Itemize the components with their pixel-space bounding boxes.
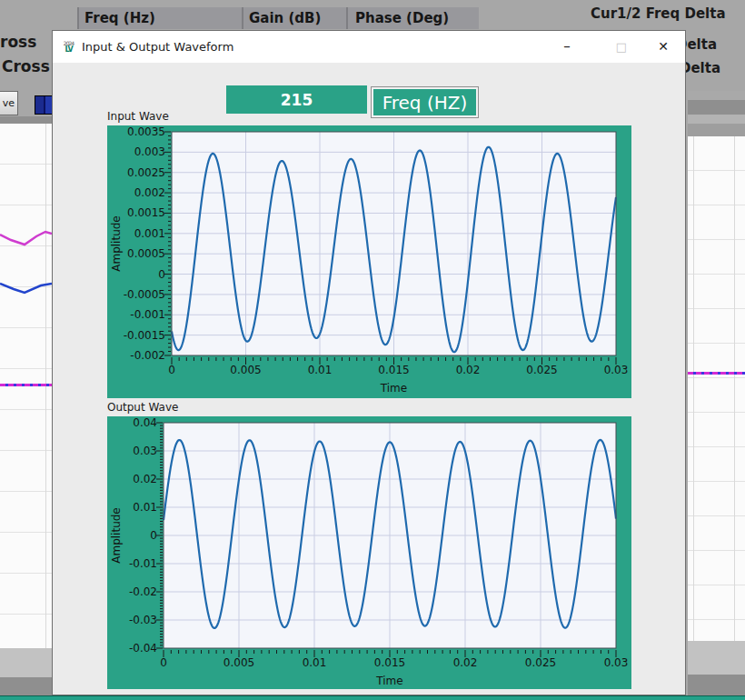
y-tick-label: -0.001: [130, 308, 165, 321]
minimize-icon: –: [563, 38, 571, 55]
x-tick-label: 0.015: [374, 656, 405, 669]
y-tick-label: -0.03: [129, 614, 157, 626]
input-wave-title: Input Wave: [107, 110, 169, 123]
output-wave-graph: 00.0050.010.0150.020.0250.030.040.030.02…: [107, 416, 631, 689]
y-tick-label: 0.0035: [127, 125, 165, 138]
input-wave-graph: 00.0050.010.0150.020.0250.030.00350.0030…: [107, 125, 631, 398]
x-tick-label: 0.01: [308, 364, 333, 376]
y-tick-label: -0.002: [130, 349, 165, 362]
x-tick-label: 0.025: [526, 364, 557, 376]
right-band: [688, 100, 745, 115]
input-wave-plot: 00.0050.010.0150.020.0250.030.00350.0030…: [107, 125, 631, 398]
y-tick-label: -0.01: [129, 557, 157, 570]
y-tick-label: 0.0025: [127, 166, 165, 179]
right-band: [688, 91, 745, 100]
toolbar-strip: [0, 116, 52, 124]
cursor-line-left[interactable]: [0, 384, 52, 386]
y-tick-label: 0.03: [133, 445, 157, 457]
bottom-band: [688, 675, 745, 695]
x-axis-label: Time: [375, 675, 402, 687]
y-axis-label: Amplitude: [110, 507, 123, 564]
y-tick-label: -0.02: [129, 585, 157, 598]
frequency-unit-label: Freq (HZ): [372, 87, 478, 117]
dialog-title: Input & Output Waveform: [82, 31, 233, 63]
x-tick-label: 0.03: [604, 364, 629, 376]
y-tick-label: -0.0005: [124, 288, 165, 301]
screen: Freq (Hz) Gain (dB) Phase (Deg) Cur1/2 F…: [0, 0, 745, 700]
right-plot-strip: [688, 136, 745, 641]
waveform-dialog: 2024 LV Input & Output Waveform – □ ✕ 21…: [52, 30, 686, 695]
close-icon: ✕: [658, 39, 669, 54]
maximize-icon: □: [616, 40, 627, 54]
x-tick-label: 0.02: [453, 656, 478, 669]
taskbar-edge-line: [0, 695, 745, 700]
y-tick-label: 0.0005: [127, 247, 165, 260]
x-tick-label: 0.005: [230, 364, 261, 376]
right-band: [688, 115, 745, 124]
blue-trace: [0, 284, 52, 293]
y-axis-label: Amplitude: [110, 215, 123, 272]
y-tick-label: 0.01: [133, 501, 157, 514]
y-tick-label: 0.003: [134, 145, 165, 158]
bottom-band: [0, 677, 52, 695]
cur-delta-label: Cur1/2 Freq Delta: [591, 5, 720, 25]
header-cell-gain[interactable]: Gain (dB): [243, 10, 346, 26]
y-tick-label: 0: [150, 529, 157, 542]
wave-button[interactable]: ve: [0, 91, 18, 115]
x-tick-label: 0.01: [303, 656, 327, 669]
y-tick-label: 0.0015: [127, 206, 165, 219]
table-header-row: Freq (Hz) Gain (dB) Phase (Deg): [77, 7, 479, 29]
labview-vi-icon: 2024 LV: [61, 39, 76, 55]
minimize-button[interactable]: –: [546, 31, 588, 62]
y-tick-label: 0.02: [133, 473, 157, 485]
frequency-value-display: 215: [226, 85, 367, 114]
row-cross-2: Cross: [2, 57, 50, 75]
x-tick-label: 0.025: [525, 656, 556, 669]
output-wave-title: Output Wave: [107, 401, 178, 414]
header-cell-freq[interactable]: Freq (Hz): [77, 10, 242, 26]
row-cross-1: ross: [0, 33, 36, 51]
y-tick-label: 0.001: [134, 227, 165, 240]
right-band: [688, 124, 745, 136]
y-tick-label: 0.002: [134, 186, 165, 199]
x-tick-label: 0.015: [378, 364, 409, 376]
vi-icon-bottom-text: LV: [65, 46, 72, 54]
bottom-band: [0, 648, 52, 677]
dialog-titlebar[interactable]: 2024 LV Input & Output Waveform – □ ✕: [53, 31, 685, 63]
right-plot-gridline: [693, 136, 694, 641]
y-tick-label: -0.0015: [124, 329, 165, 342]
bottom-band: [688, 641, 745, 675]
right-plot-gridline: [734, 136, 735, 641]
header-cell-phase[interactable]: Phase (Deg): [348, 10, 479, 26]
x-axis-label: Time: [380, 382, 407, 395]
x-tick-label: 0.005: [224, 656, 254, 669]
header-separator: [77, 7, 79, 29]
close-button[interactable]: ✕: [642, 31, 684, 62]
magenta-trace: [0, 232, 52, 245]
y-tick-label: -0.04: [129, 642, 157, 655]
x-tick-label: 0: [160, 656, 167, 669]
cursor-line-right[interactable]: [688, 372, 745, 375]
output-wave-plot: 00.0050.010.0150.020.0250.030.040.030.02…: [107, 416, 631, 689]
x-tick-label: 0: [168, 364, 175, 376]
x-tick-label: 0.03: [604, 656, 629, 669]
y-tick-label: 0: [158, 268, 165, 281]
y-tick-label: 0.04: [133, 416, 157, 429]
maximize-button[interactable]: □: [601, 31, 642, 62]
x-tick-label: 0.02: [456, 364, 481, 376]
